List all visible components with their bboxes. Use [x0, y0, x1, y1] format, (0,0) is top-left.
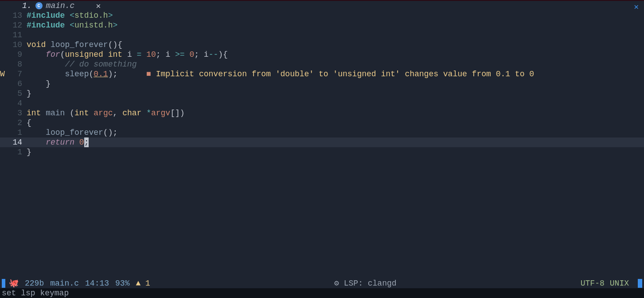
panel-close-icon[interactable]: ✕ [634, 2, 639, 12]
line-number: 7 [9, 69, 27, 79]
status-percent: 93% [115, 278, 129, 288]
code-line[interactable]: 4 [0, 98, 644, 108]
code-line[interactable]: 2{ [0, 118, 644, 128]
code-content[interactable]: for(unsigned int i = 10; i >= 0; i--){ [27, 50, 644, 59]
tab-bar: 1. C main.c ✕ ✕ [0, 0, 644, 11]
code-line[interactable]: 12#include <unistd.h> [0, 20, 644, 30]
code-content[interactable]: sleep(0.1); ■ Implicit conversion from '… [27, 69, 644, 79]
status-filename: main.c [50, 278, 79, 288]
git-icon: 🐙 [9, 278, 19, 288]
sign-column [0, 40, 9, 50]
lsp-label: LSP: [344, 279, 363, 288]
status-fileformat: UNIX [610, 278, 629, 288]
tab-number: 1. [22, 1, 32, 10]
code-content[interactable] [27, 98, 644, 108]
line-number: 4 [9, 98, 27, 108]
line-number: 5 [9, 89, 27, 98]
code-content[interactable]: void loop_forever(){ [27, 40, 644, 50]
code-line[interactable]: 1} [0, 147, 644, 157]
gear-icon: ⚙ [334, 279, 339, 288]
status-bar: 🐙 229b main.c 14:13 93% ▲ 1 ⚙ LSP: clang… [0, 278, 644, 288]
warning-icon: ▲ 1 [136, 278, 150, 288]
sign-column [0, 89, 9, 98]
mode-indicator [2, 279, 5, 288]
sign-column [0, 11, 9, 20]
mode-indicator-right [638, 279, 642, 288]
close-icon[interactable]: ✕ [96, 1, 101, 11]
status-encoding: UTF-8 [581, 278, 605, 288]
code-content[interactable]: loop_forever(); [27, 128, 644, 137]
sign-column [0, 147, 9, 157]
sign-column [0, 59, 9, 69]
line-number: 2 [9, 118, 27, 128]
code-line[interactable]: 10void loop_forever(){ [0, 40, 644, 50]
code-line[interactable]: 6 } [0, 79, 644, 89]
lsp-server: clangd [368, 279, 397, 288]
sign-column [0, 98, 9, 108]
tab-main-c[interactable]: 1. C main.c ✕ [0, 1, 105, 11]
code-line[interactable]: W7 sleep(0.1); ■ Implicit conversion fro… [0, 69, 644, 79]
code-content[interactable]: return 0; [27, 137, 644, 147]
line-number: 10 [9, 40, 27, 50]
line-number: 1 [9, 128, 27, 137]
command-line[interactable]: set lsp keymap [0, 288, 644, 298]
code-content[interactable]: } [27, 89, 644, 98]
tab-filename: main.c [46, 1, 75, 10]
line-number: 3 [9, 108, 27, 118]
code-line[interactable]: 1 loop_forever(); [0, 128, 644, 137]
sign-column [0, 20, 9, 30]
code-line[interactable]: 8 // do something [0, 59, 644, 69]
line-number: 8 [9, 59, 27, 69]
line-number: 1 [9, 147, 27, 157]
c-file-icon: C [35, 2, 43, 9]
sign-column [0, 118, 9, 128]
code-line[interactable]: 3int main (int argc, char *argv[]) [0, 108, 644, 118]
sign-column [0, 108, 9, 118]
sign-column [0, 79, 9, 89]
code-content[interactable]: } [27, 79, 644, 89]
code-line[interactable]: 9 for(unsigned int i = 10; i >= 0; i--){ [0, 50, 644, 59]
code-content[interactable] [27, 30, 644, 40]
code-content[interactable]: #include <unistd.h> [27, 20, 644, 30]
code-content[interactable]: int main (int argc, char *argv[]) [27, 108, 644, 118]
sign-column [0, 137, 9, 147]
line-number: 11 [9, 30, 27, 40]
sign-column: W [0, 69, 9, 79]
line-number: 9 [9, 50, 27, 59]
sign-column [0, 50, 9, 59]
code-line[interactable]: 11 [0, 30, 644, 40]
status-position: 14:13 [85, 278, 109, 288]
line-number: 12 [9, 20, 27, 30]
line-number: 14 [9, 137, 27, 147]
line-number: 13 [9, 11, 27, 20]
code-line[interactable]: 14 return 0; [0, 137, 644, 147]
code-line[interactable]: 5} [0, 89, 644, 98]
sign-column [0, 128, 9, 137]
status-filesize: 229b [25, 278, 44, 288]
code-content[interactable]: { [27, 118, 644, 128]
code-editor[interactable]: 13#include <stdio.h>12#include <unistd.h… [0, 11, 644, 278]
code-line[interactable]: 13#include <stdio.h> [0, 11, 644, 20]
code-content[interactable]: } [27, 147, 644, 157]
code-content[interactable]: // do something [27, 59, 644, 69]
line-number: 6 [9, 79, 27, 89]
sign-column [0, 30, 9, 40]
code-content[interactable]: #include <stdio.h> [27, 11, 644, 20]
